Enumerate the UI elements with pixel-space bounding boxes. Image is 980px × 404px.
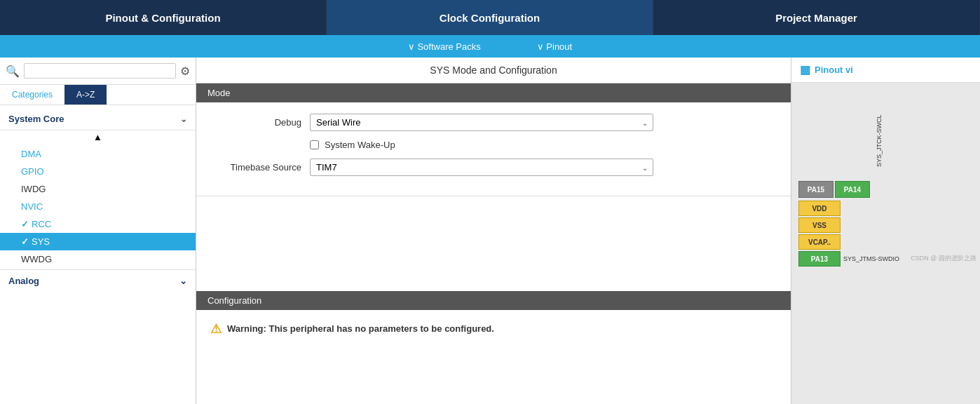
sidebar-item-sys[interactable]: ✓ SYS: [0, 233, 196, 250]
main-content: SYS Mode and Configuration Mode Debug Se…: [196, 58, 791, 404]
tab-project-manager[interactable]: Project Manager: [653, 0, 980, 35]
sub-navigation: ∨ Software Packs ∨ Pinout: [0, 35, 980, 58]
pinout-dropdown[interactable]: ∨ Pinout: [537, 41, 572, 52]
sidebar-item-gpio[interactable]: GPIO: [0, 163, 196, 180]
pin-row-vss: VSS: [798, 217, 973, 233]
system-wakeup-row: System Wake-Up: [310, 140, 777, 150]
pin-pa15: PA15: [798, 181, 833, 198]
spacer-area: [196, 196, 791, 291]
pin-vss: VSS: [798, 217, 841, 233]
sidebar-item-dma[interactable]: DMA: [0, 145, 196, 163]
debug-row: Debug Serial Wire JTAG (5 pins) JTAG (4 …: [210, 114, 777, 131]
right-panel-header: ▩ Pinout vi: [791, 58, 980, 83]
tab-categories[interactable]: Categories: [0, 85, 64, 105]
tab-clock-configuration[interactable]: Clock Configuration: [327, 0, 653, 35]
system-core-section[interactable]: System Core ⌄: [0, 108, 196, 130]
mode-header: Mode: [196, 83, 791, 102]
sidebar-item-nvic[interactable]: NVIC: [0, 198, 196, 215]
content-title: SYS Mode and Configuration: [196, 58, 791, 83]
software-packs-dropdown[interactable]: ∨ Software Packs: [408, 41, 481, 52]
chip-icon: ▩: [800, 63, 810, 76]
debug-label: Debug: [210, 117, 301, 128]
sidebar-content: System Core ⌄ ▲ DMA GPIO IWDG NVIC: [0, 105, 196, 404]
sidebar: 🔍 ⚙ Categories A->Z System Core ⌄ ▲ DMA: [0, 58, 196, 404]
timebase-select-wrapper: TIM7 TIM6 TIM5 SysTick ⌄: [310, 159, 653, 176]
chevron-down-icon: ⌄: [180, 114, 187, 124]
pin-pa13: PA13: [798, 251, 841, 267]
right-panel: ▩ Pinout vi SYS_JTCK-SWCL PA15 PA14 VDD: [791, 58, 980, 404]
sidebar-item-rcc[interactable]: ✓ RCC: [0, 215, 196, 233]
search-input[interactable]: [24, 63, 176, 79]
timebase-label: Timebase Source: [210, 162, 301, 173]
debug-select-wrapper: Serial Wire JTAG (5 pins) JTAG (4 pins) …: [310, 114, 653, 131]
pa13-label: SYS_JTMS-SWDIO: [843, 255, 899, 262]
category-tabs: Categories A->Z: [0, 85, 196, 105]
pin-row-pa15: PA15 PA14: [798, 181, 973, 198]
warning-row: ⚠ Warning: This peripheral has no parame…: [196, 310, 791, 348]
system-wakeup-label: System Wake-Up: [325, 140, 395, 150]
system-wakeup-checkbox[interactable]: [310, 140, 319, 149]
sidebar-item-wwdg[interactable]: WWDG: [0, 250, 196, 268]
timebase-select[interactable]: TIM7 TIM6 TIM5 SysTick: [310, 159, 653, 176]
pinout-view-label: Pinout vi: [815, 65, 853, 75]
warning-icon: ⚠: [210, 321, 222, 337]
pin-row-vdd: VDD: [798, 201, 973, 216]
chip-visualization: SYS_JTCK-SWCL PA15 PA14 VDD VSS: [791, 83, 980, 267]
pin-vcap: VCAP..: [798, 234, 841, 250]
tab-a-to-z[interactable]: A->Z: [64, 85, 107, 105]
debug-select[interactable]: Serial Wire JTAG (5 pins) JTAG (4 pins) …: [310, 114, 653, 131]
pin-pa14: PA14: [835, 181, 870, 198]
chevron-down-icon-analog: ⌄: [179, 276, 187, 286]
analog-section[interactable]: Analog ⌄: [0, 269, 196, 292]
pin-row-vcap: VCAP..: [798, 234, 973, 250]
check-icon-rcc: ✓: [21, 219, 29, 229]
watermark: CSDN @ 园的进阶之路: [911, 254, 976, 263]
config-section: ⚠ Warning: This peripheral has no parame…: [196, 310, 791, 405]
timebase-row: Timebase Source TIM7 TIM6 TIM5 SysTick ⌄: [210, 159, 777, 176]
scroll-indicator: ▲: [0, 130, 196, 144]
content-area: SYS Mode and Configuration Mode Debug Se…: [196, 58, 791, 404]
sidebar-item-iwdg[interactable]: IWDG: [0, 180, 196, 198]
top-navigation: Pinout & Configuration Clock Configurati…: [0, 0, 980, 35]
mode-section: Debug Serial Wire JTAG (5 pins) JTAG (4 …: [196, 102, 791, 196]
sys-jtck-label: SYS_JTCK-SWCL: [876, 83, 883, 167]
gear-icon[interactable]: ⚙: [180, 65, 190, 78]
search-icon: 🔍: [6, 65, 20, 78]
pin-vdd: VDD: [798, 201, 841, 216]
check-icon-sys: ✓: [21, 236, 29, 247]
sidebar-items-list: DMA GPIO IWDG NVIC ✓ RCC ✓ SYS: [0, 144, 196, 269]
main-layout: 🔍 ⚙ Categories A->Z System Core ⌄ ▲ DMA: [0, 58, 980, 404]
tab-pinout-configuration[interactable]: Pinout & Configuration: [0, 0, 327, 35]
warning-text: Warning: This peripheral has no paramete…: [227, 323, 494, 334]
config-header: Configuration: [196, 291, 791, 310]
search-bar: 🔍 ⚙: [0, 58, 196, 85]
